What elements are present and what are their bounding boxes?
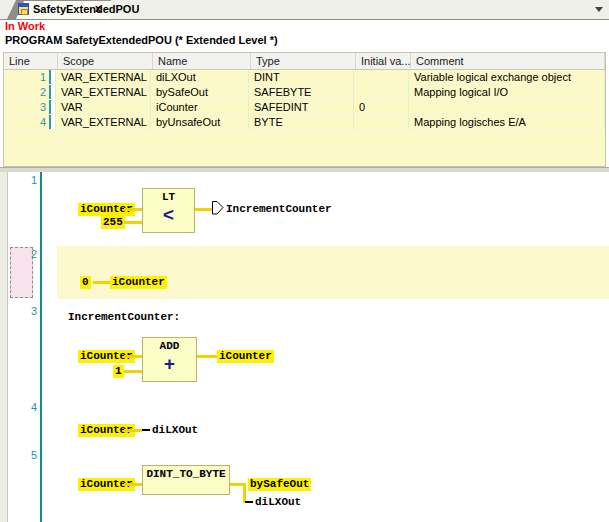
table-row[interactable]: 2 VAR_EXTERNAL bySafeOut SAFEBYTE Mappin… (4, 85, 605, 100)
col-header-scope[interactable]: Scope (58, 53, 153, 69)
wire-stub (245, 501, 253, 503)
network-2-selection-highlight (57, 246, 609, 299)
cell-initial[interactable] (354, 115, 409, 129)
cell-initial[interactable]: 0 (354, 100, 409, 114)
cell-comment[interactable]: Mapping logisches E/A (409, 115, 605, 129)
cell-scope[interactable]: VAR_EXTERNAL (56, 115, 151, 129)
table-row[interactable]: 3 VAR iCounter SAFEDINT 0 (4, 100, 605, 115)
table-row[interactable]: 1 VAR_EXTERNAL diLXOut DINT Variable log… (4, 70, 605, 85)
operand-zero[interactable]: 0 (80, 276, 91, 289)
wire (124, 355, 142, 358)
editor-left-margin (0, 172, 8, 522)
network-2-number[interactable]: 2 (9, 248, 37, 260)
wire (124, 208, 142, 211)
wire (197, 355, 217, 358)
cell-line: 3 (4, 100, 51, 114)
cell-scope[interactable]: VAR_EXTERNAL (56, 85, 151, 99)
output-icounter[interactable]: iCounter (217, 350, 274, 363)
col-header-initial[interactable]: Initial va... (356, 53, 411, 69)
output-bysafeout[interactable]: bySafeOut (248, 478, 311, 491)
network-3-number[interactable]: 3 (9, 305, 37, 317)
cell-name[interactable]: bySafeOut (151, 85, 249, 99)
cell-name[interactable]: byUnsafeOut (151, 115, 249, 129)
network-margin-line (40, 172, 42, 522)
wire (195, 208, 212, 211)
lt-block[interactable]: LT < (142, 188, 195, 233)
cell-comment[interactable]: Variable logical exchange object (409, 70, 605, 84)
tab-close-icon[interactable]: x (95, 2, 101, 14)
operand-one[interactable]: 1 (113, 365, 124, 378)
output-dilxout[interactable]: diLXOut (255, 496, 301, 509)
cell-type[interactable]: SAFEBYTE (249, 85, 354, 99)
jump-arrow-icon (212, 201, 224, 215)
status-in-work: In Work (5, 20, 45, 32)
wire-stub (142, 429, 150, 431)
col-header-comment[interactable]: Comment (411, 53, 605, 69)
cell-type[interactable]: DINT (249, 70, 354, 84)
network-label[interactable]: IncrementCounter: (68, 311, 180, 324)
cell-type[interactable]: BYTE (249, 115, 354, 129)
operand-255[interactable]: 255 (101, 216, 125, 229)
cell-line: 1 (4, 70, 51, 84)
tab-bar: SafetyExtendedPOU x (0, 0, 609, 20)
network-1-number[interactable]: 1 (9, 174, 37, 186)
cell-name[interactable]: iCounter (151, 100, 249, 114)
col-header-line[interactable]: Line (4, 53, 58, 69)
network-4-number[interactable]: 4 (9, 401, 37, 413)
wire (124, 483, 142, 486)
cell-name[interactable]: diLXOut (151, 70, 249, 84)
program-declaration-header: PROGRAM SafetyExtendedPOU (* Extended Le… (5, 34, 278, 46)
declaration-table-header: Line Scope Name Type Initial va... Comme… (4, 53, 605, 70)
col-header-type[interactable]: Type (251, 53, 356, 69)
cell-type[interactable]: SAFEDINT (249, 100, 354, 114)
cell-scope[interactable]: VAR (56, 100, 151, 114)
cell-comment[interactable] (409, 100, 605, 114)
wire-branch (243, 483, 246, 503)
pou-icon (18, 3, 29, 15)
assign-target-dilxout[interactable]: diLXOut (152, 424, 198, 437)
lt-operator: < (143, 207, 194, 226)
cell-comment[interactable]: Mapping logical I/O (409, 85, 605, 99)
wire (124, 429, 142, 432)
block-title: LT (143, 191, 194, 204)
add-block[interactable]: ADD + (142, 337, 197, 382)
block-title: DINT_TO_BYTE (143, 468, 229, 481)
wire (124, 370, 142, 373)
table-row[interactable]: 4 VAR_EXTERNAL byUnsafeOut BYTE Mapping … (4, 115, 605, 130)
declaration-table: Line Scope Name Type Initial va... Comme… (3, 52, 606, 167)
add-operator: + (143, 356, 196, 375)
network-5-number[interactable]: 5 (9, 449, 37, 461)
dint-to-byte-block[interactable]: DINT_TO_BYTE (142, 465, 230, 495)
cell-scope[interactable]: VAR_EXTERNAL (56, 70, 151, 84)
tab-list-dropdown-icon[interactable] (595, 7, 603, 12)
cell-initial[interactable] (354, 70, 409, 84)
tab-title[interactable]: SafetyExtendedPOU (33, 3, 139, 15)
cell-line: 4 (4, 115, 51, 129)
wire (124, 221, 142, 224)
block-title: ADD (143, 340, 196, 353)
assign-target-icounter[interactable]: iCounter (110, 276, 167, 289)
fbd-editor (0, 172, 609, 522)
cell-line: 2 (4, 85, 51, 99)
col-header-name[interactable]: Name (153, 53, 251, 69)
wire (93, 281, 110, 284)
wire (230, 483, 244, 486)
jump-target[interactable]: IncrementCounter (226, 203, 332, 216)
cell-initial[interactable] (354, 85, 409, 99)
